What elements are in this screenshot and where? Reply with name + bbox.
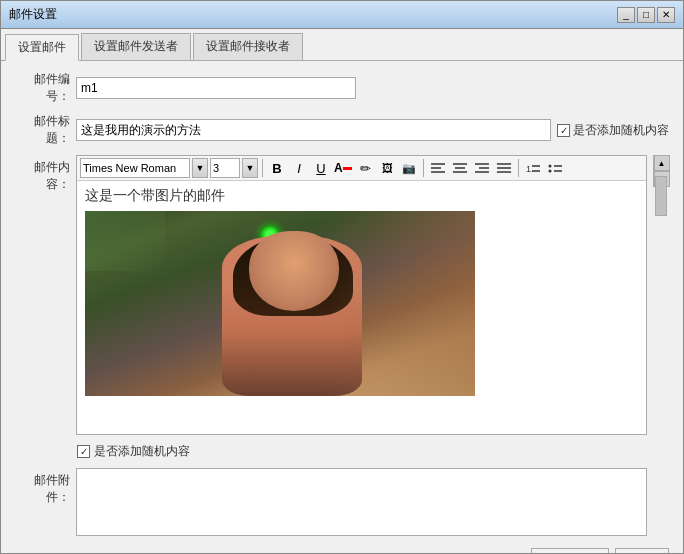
editor-text: 这是一个带图片的邮件 xyxy=(85,187,638,205)
bg-top-left xyxy=(85,211,165,271)
font-size-input[interactable] xyxy=(210,158,240,178)
random-header-label[interactable]: 是否添加随机内容 xyxy=(557,122,669,139)
mail-content-row: 邮件内容： ▼ ▼ B I U A xyxy=(15,155,669,435)
highlight-button[interactable]: ✏ xyxy=(355,158,375,178)
maximize-button[interactable]: □ xyxy=(637,7,655,23)
mail-content-label: 邮件内容： xyxy=(15,155,70,193)
scroll-thumb[interactable] xyxy=(655,176,667,216)
attachment-row: 邮件附件： xyxy=(15,468,669,536)
toolbar: ▼ ▼ B I U A ✏ xyxy=(77,156,646,181)
toolbar-separator-2 xyxy=(423,159,424,177)
title-buttons: _ □ ✕ xyxy=(617,7,675,23)
mail-id-row: 邮件编号： xyxy=(15,71,669,105)
bg-right xyxy=(325,211,475,396)
random-body-label: 是否添加随机内容 xyxy=(94,443,190,460)
bold-button[interactable]: B xyxy=(267,158,287,178)
scroll-up-arrow[interactable]: ▲ xyxy=(654,155,670,171)
svg-point-16 xyxy=(549,170,552,173)
random-header-checkbox[interactable] xyxy=(557,124,570,137)
toolbar-separator-3 xyxy=(518,159,519,177)
attachment-area[interactable] xyxy=(76,468,647,536)
tabs-bar: 设置邮件 设置邮件发送者 设置邮件接收者 xyxy=(1,29,683,61)
ordered-list-button[interactable]: 1. xyxy=(523,158,543,178)
main-window: 邮件设置 _ □ ✕ 设置邮件 设置邮件发送者 设置邮件接收者 邮件编号： 邮件… xyxy=(0,0,684,554)
random-body-row: 是否添加随机内容 xyxy=(15,443,669,460)
editor-area[interactable]: 这是一个带图片的邮件 xyxy=(77,181,646,434)
unordered-list-button[interactable] xyxy=(545,158,565,178)
editor-image xyxy=(85,211,475,396)
mail-subject-label: 邮件标题： xyxy=(15,113,70,147)
underline-button[interactable]: U xyxy=(311,158,331,178)
align-left-button[interactable] xyxy=(428,158,448,178)
align-right-button[interactable] xyxy=(472,158,492,178)
minimize-button[interactable]: _ xyxy=(617,7,635,23)
mail-id-label: 邮件编号： xyxy=(15,71,70,105)
main-content: 邮件编号： 邮件标题： 是否添加随机内容 邮件内容： ▼ ▼ xyxy=(1,61,683,553)
svg-point-15 xyxy=(549,165,552,168)
image-button-2[interactable]: 📷 xyxy=(399,158,419,178)
random-body-checkbox[interactable] xyxy=(77,445,90,458)
tab-sender-settings[interactable]: 设置邮件发送者 xyxy=(81,33,191,60)
font-name-input[interactable] xyxy=(80,158,190,178)
toolbar-separator-1 xyxy=(262,159,263,177)
mail-id-input[interactable] xyxy=(76,77,356,99)
tab-mail-settings[interactable]: 设置邮件 xyxy=(5,34,79,61)
mail-subject-row: 邮件标题： 是否添加随机内容 xyxy=(15,113,669,147)
apply-button[interactable]: 应用 xyxy=(615,548,669,553)
font-size-dropdown[interactable]: ▼ xyxy=(242,158,258,178)
editor-scrollbar[interactable]: ▲ ▼ xyxy=(653,155,669,187)
attachment-label: 邮件附件： xyxy=(15,468,70,506)
italic-button[interactable]: I xyxy=(289,158,309,178)
mail-subject-input[interactable] xyxy=(76,119,551,141)
bottom-buttons-row1: 添加附件 应用 xyxy=(15,544,669,553)
image-button-1[interactable]: 🖼 xyxy=(377,158,397,178)
tab-receiver-settings[interactable]: 设置邮件接收者 xyxy=(193,33,303,60)
add-attachment-button[interactable]: 添加附件 xyxy=(531,548,609,553)
title-bar: 邮件设置 _ □ ✕ xyxy=(1,1,683,29)
window-title: 邮件设置 xyxy=(9,6,57,23)
align-justify-button[interactable] xyxy=(494,158,514,178)
photo-bg xyxy=(85,211,475,396)
editor-wrapper: ▼ ▼ B I U A ✏ xyxy=(76,155,647,435)
font-color-button[interactable]: A xyxy=(333,158,353,178)
align-center-button[interactable] xyxy=(450,158,470,178)
font-name-dropdown[interactable]: ▼ xyxy=(192,158,208,178)
close-button[interactable]: ✕ xyxy=(657,7,675,23)
